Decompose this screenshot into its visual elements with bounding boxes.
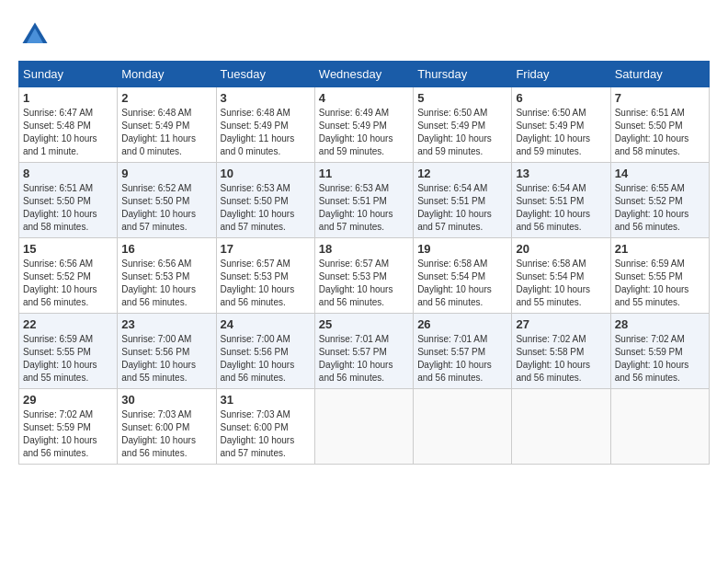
calendar-day-cell: 22 Sunrise: 6:59 AM Sunset: 5:55 PM Dayl…: [19, 314, 118, 389]
calendar-week-row: 8 Sunrise: 6:51 AM Sunset: 5:50 PM Dayli…: [19, 163, 710, 238]
calendar-day-cell: 24 Sunrise: 7:00 AM Sunset: 5:56 PM Dayl…: [216, 314, 314, 389]
weekday-header-saturday: Saturday: [610, 62, 709, 87]
day-number: 11: [319, 167, 409, 180]
day-info: Sunrise: 7:02 AM Sunset: 5:58 PM Dayligh…: [516, 333, 606, 385]
page-header: [18, 18, 710, 52]
day-info: Sunrise: 6:54 AM Sunset: 5:51 PM Dayligh…: [417, 182, 507, 234]
day-number: 8: [23, 167, 113, 180]
day-info: Sunrise: 7:02 AM Sunset: 5:59 PM Dayligh…: [615, 333, 705, 385]
calendar-day-cell: 27 Sunrise: 7:02 AM Sunset: 5:58 PM Dayl…: [512, 314, 610, 389]
day-number: 31: [221, 393, 311, 407]
day-info: Sunrise: 7:02 AM Sunset: 5:59 PM Dayligh…: [23, 408, 113, 460]
day-info: Sunrise: 6:58 AM Sunset: 5:54 PM Dayligh…: [417, 258, 507, 309]
calendar-day-cell: 2 Sunrise: 6:48 AM Sunset: 5:49 PM Dayli…: [118, 87, 216, 163]
calendar-day-cell: 14 Sunrise: 6:55 AM Sunset: 5:52 PM Dayl…: [610, 163, 709, 238]
day-number: 2: [121, 91, 211, 105]
calendar-week-row: 1 Sunrise: 6:47 AM Sunset: 5:48 PM Dayli…: [19, 87, 710, 163]
calendar-day-cell: [610, 389, 709, 465]
calendar-day-cell: [512, 389, 610, 465]
calendar-day-cell: 26 Sunrise: 7:01 AM Sunset: 5:57 PM Dayl…: [414, 314, 512, 389]
day-info: Sunrise: 7:00 AM Sunset: 5:56 PM Dayligh…: [121, 333, 211, 385]
day-number: 28: [615, 317, 705, 331]
calendar-week-row: 22 Sunrise: 6:59 AM Sunset: 5:55 PM Dayl…: [19, 314, 710, 389]
calendar-day-cell: [414, 389, 512, 465]
day-info: Sunrise: 6:55 AM Sunset: 5:52 PM Dayligh…: [615, 182, 705, 234]
day-info: Sunrise: 6:57 AM Sunset: 5:53 PM Dayligh…: [221, 258, 311, 309]
day-number: 24: [221, 317, 311, 331]
day-info: Sunrise: 7:01 AM Sunset: 5:57 PM Dayligh…: [417, 333, 507, 385]
calendar-week-row: 29 Sunrise: 7:02 AM Sunset: 5:59 PM Dayl…: [19, 389, 710, 465]
day-number: 1: [23, 91, 113, 105]
calendar-day-cell: 12 Sunrise: 6:54 AM Sunset: 5:51 PM Dayl…: [414, 163, 512, 238]
calendar-day-cell: 17 Sunrise: 6:57 AM Sunset: 5:53 PM Dayl…: [216, 238, 314, 314]
calendar-day-cell: 6 Sunrise: 6:50 AM Sunset: 5:49 PM Dayli…: [512, 87, 610, 163]
day-info: Sunrise: 6:59 AM Sunset: 5:55 PM Dayligh…: [23, 333, 113, 385]
calendar-day-cell: [314, 389, 413, 465]
day-number: 4: [319, 91, 409, 105]
day-number: 13: [516, 167, 606, 180]
day-number: 25: [319, 317, 409, 331]
calendar-day-cell: 28 Sunrise: 7:02 AM Sunset: 5:59 PM Dayl…: [610, 314, 709, 389]
day-info: Sunrise: 6:54 AM Sunset: 5:51 PM Dayligh…: [516, 182, 606, 234]
calendar-day-cell: 18 Sunrise: 6:57 AM Sunset: 5:53 PM Dayl…: [314, 238, 413, 314]
calendar-day-cell: 11 Sunrise: 6:53 AM Sunset: 5:51 PM Dayl…: [314, 163, 413, 238]
day-number: 21: [615, 242, 705, 256]
day-info: Sunrise: 6:50 AM Sunset: 5:49 PM Dayligh…: [417, 107, 507, 158]
day-info: Sunrise: 6:57 AM Sunset: 5:53 PM Dayligh…: [319, 258, 409, 309]
weekday-header-wednesday: Wednesday: [314, 62, 413, 87]
day-info: Sunrise: 6:48 AM Sunset: 5:49 PM Dayligh…: [121, 107, 211, 158]
calendar-day-cell: 10 Sunrise: 6:53 AM Sunset: 5:50 PM Dayl…: [216, 163, 314, 238]
calendar-day-cell: 7 Sunrise: 6:51 AM Sunset: 5:50 PM Dayli…: [610, 87, 709, 163]
calendar-day-cell: 16 Sunrise: 6:56 AM Sunset: 5:53 PM Dayl…: [118, 238, 216, 314]
weekday-header-friday: Friday: [512, 62, 610, 87]
day-number: 29: [23, 393, 113, 407]
calendar-day-cell: 31 Sunrise: 7:03 AM Sunset: 6:00 PM Dayl…: [216, 389, 314, 465]
logo: [18, 18, 55, 52]
calendar-day-cell: 29 Sunrise: 7:02 AM Sunset: 5:59 PM Dayl…: [19, 389, 118, 465]
day-info: Sunrise: 7:01 AM Sunset: 5:57 PM Dayligh…: [319, 333, 409, 385]
day-info: Sunrise: 6:48 AM Sunset: 5:49 PM Dayligh…: [221, 107, 311, 158]
day-number: 27: [516, 317, 606, 331]
day-number: 26: [417, 317, 507, 331]
day-info: Sunrise: 6:52 AM Sunset: 5:50 PM Dayligh…: [121, 182, 211, 234]
calendar-week-row: 15 Sunrise: 6:56 AM Sunset: 5:52 PM Dayl…: [19, 238, 710, 314]
day-info: Sunrise: 6:56 AM Sunset: 5:53 PM Dayligh…: [121, 258, 211, 309]
day-info: Sunrise: 6:56 AM Sunset: 5:52 PM Dayligh…: [23, 258, 113, 309]
day-number: 23: [121, 317, 211, 331]
weekday-header-monday: Monday: [118, 62, 216, 87]
calendar-day-cell: 23 Sunrise: 7:00 AM Sunset: 5:56 PM Dayl…: [118, 314, 216, 389]
calendar-day-cell: 21 Sunrise: 6:59 AM Sunset: 5:55 PM Dayl…: [610, 238, 709, 314]
day-number: 20: [516, 242, 606, 256]
day-number: 12: [417, 167, 507, 180]
day-number: 30: [121, 393, 211, 407]
day-info: Sunrise: 6:58 AM Sunset: 5:54 PM Dayligh…: [516, 258, 606, 309]
calendar-day-cell: 15 Sunrise: 6:56 AM Sunset: 5:52 PM Dayl…: [19, 238, 118, 314]
calendar-day-cell: 19 Sunrise: 6:58 AM Sunset: 5:54 PM Dayl…: [414, 238, 512, 314]
logo-icon: [18, 18, 51, 52]
day-info: Sunrise: 6:50 AM Sunset: 5:49 PM Dayligh…: [516, 107, 606, 158]
day-number: 22: [23, 317, 113, 331]
day-number: 5: [417, 91, 507, 105]
day-info: Sunrise: 6:53 AM Sunset: 5:50 PM Dayligh…: [221, 182, 311, 234]
day-number: 3: [221, 91, 311, 105]
day-info: Sunrise: 6:51 AM Sunset: 5:50 PM Dayligh…: [615, 107, 705, 158]
calendar-day-cell: 8 Sunrise: 6:51 AM Sunset: 5:50 PM Dayli…: [19, 163, 118, 238]
calendar-day-cell: 1 Sunrise: 6:47 AM Sunset: 5:48 PM Dayli…: [19, 87, 118, 163]
day-number: 18: [319, 242, 409, 256]
calendar-day-cell: 3 Sunrise: 6:48 AM Sunset: 5:49 PM Dayli…: [216, 87, 314, 163]
day-info: Sunrise: 6:59 AM Sunset: 5:55 PM Dayligh…: [615, 258, 705, 309]
weekday-header-tuesday: Tuesday: [216, 62, 314, 87]
day-info: Sunrise: 7:03 AM Sunset: 6:00 PM Dayligh…: [221, 408, 311, 460]
day-number: 6: [516, 91, 606, 105]
calendar-header-row: SundayMondayTuesdayWednesdayThursdayFrid…: [19, 62, 710, 87]
calendar-table: SundayMondayTuesdayWednesdayThursdayFrid…: [18, 61, 710, 465]
day-info: Sunrise: 6:53 AM Sunset: 5:51 PM Dayligh…: [319, 182, 409, 234]
calendar-day-cell: 4 Sunrise: 6:49 AM Sunset: 5:49 PM Dayli…: [314, 87, 413, 163]
day-info: Sunrise: 6:51 AM Sunset: 5:50 PM Dayligh…: [23, 182, 113, 234]
calendar-day-cell: 30 Sunrise: 7:03 AM Sunset: 6:00 PM Dayl…: [118, 389, 216, 465]
calendar-day-cell: 9 Sunrise: 6:52 AM Sunset: 5:50 PM Dayli…: [118, 163, 216, 238]
weekday-header-thursday: Thursday: [414, 62, 512, 87]
weekday-header-sunday: Sunday: [19, 62, 118, 87]
day-info: Sunrise: 7:03 AM Sunset: 6:00 PM Dayligh…: [121, 408, 211, 460]
calendar-day-cell: 25 Sunrise: 7:01 AM Sunset: 5:57 PM Dayl…: [314, 314, 413, 389]
